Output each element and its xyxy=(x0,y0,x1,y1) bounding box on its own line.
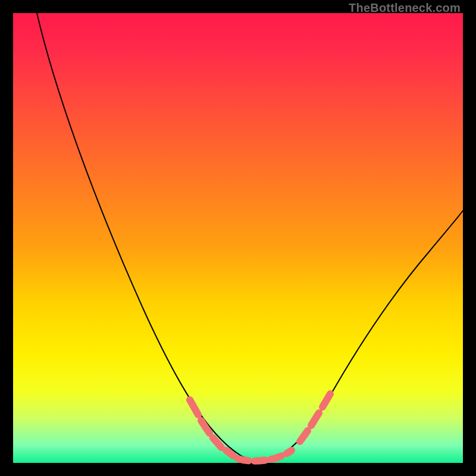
right-arm-dash xyxy=(300,431,308,441)
left-arm-dash xyxy=(190,400,198,415)
watermark-text: TheBottleneck.com xyxy=(349,1,461,15)
right-arm-dash xyxy=(311,413,319,425)
valley-solid xyxy=(238,450,292,461)
left-arm-dash xyxy=(213,438,221,447)
curve-layer xyxy=(13,13,463,463)
chart-frame: TheBottleneck.com xyxy=(0,0,476,476)
right-arm-dash xyxy=(322,394,330,407)
plot-area xyxy=(13,13,463,463)
left-arm-dash xyxy=(226,450,233,456)
bottleneck-curve xyxy=(37,13,463,461)
left-arm-dash xyxy=(201,421,209,433)
